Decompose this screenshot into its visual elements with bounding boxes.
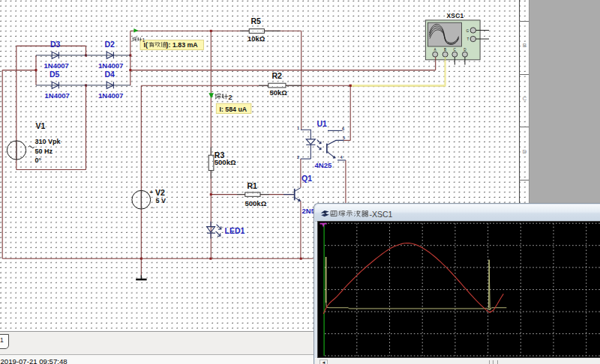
- svg-text:5: 5: [343, 136, 345, 140]
- svg-text:I: 584 uA: I: 584 uA: [220, 106, 248, 113]
- svg-text:B: B: [444, 48, 446, 52]
- svg-text:T: T: [466, 37, 469, 41]
- svg-text:G: G: [466, 29, 470, 33]
- svg-text:): 1.83 mA: ): 1.83 mA: [166, 41, 199, 49]
- svg-text:I(: I(: [144, 41, 148, 49]
- svg-text:1: 1: [297, 126, 299, 130]
- svg-text:2: 2: [297, 155, 299, 160]
- svg-text:4: 4: [340, 155, 344, 160]
- svg-text:2: 2: [229, 94, 232, 101]
- svg-text:6: 6: [342, 127, 344, 131]
